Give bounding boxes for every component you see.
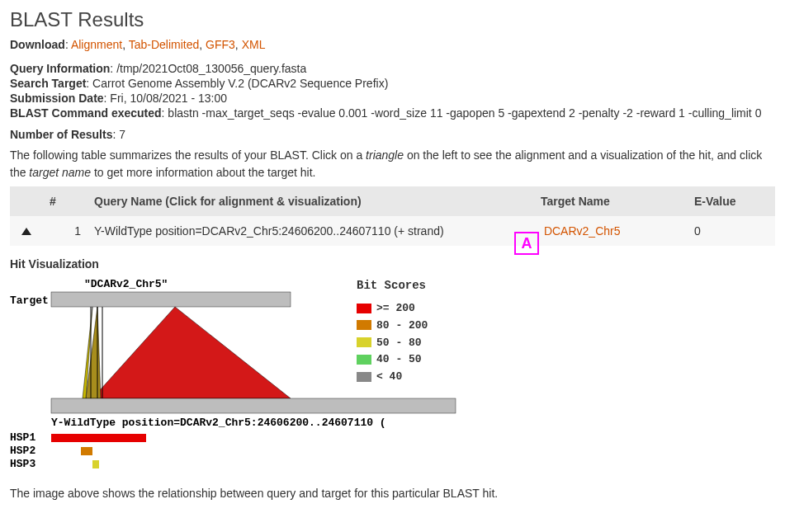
num-results-label: Number of Results <box>10 128 112 141</box>
meta-block: Query Information: /tmp/2021Oct08_130056… <box>10 62 775 120</box>
col-query: Query Name (Click for alignment & visual… <box>87 186 534 216</box>
page-title: BLAST Results <box>10 8 775 31</box>
target-bar <box>51 292 291 307</box>
alignment-polygon-hsp1 <box>92 307 291 398</box>
chr-label-text: "DCARv2_Chr5" <box>84 278 168 290</box>
blast-cmd-value: : blastn -max_target_seqs -evalue 0.001 … <box>162 106 762 120</box>
download-link-tab[interactable]: Tab-Delimited <box>129 38 200 51</box>
target-axis-label: Target <box>10 294 49 307</box>
annotation-letter: A <box>516 233 537 253</box>
search-target-value: : Carrot Genome Assembly V.2 (DCARv2 Seq… <box>86 77 388 90</box>
intro-text: The following table summarizes the resul… <box>10 147 775 181</box>
hit-svg: "DCARv2_Chr5" Target Y-WildType position… <box>10 275 472 482</box>
download-line: Download: Alignment, Tab-Delimited, GFF3… <box>10 36 775 54</box>
target-link[interactable]: DCARv2_Chr5 <box>544 224 621 238</box>
hsp3-bar <box>92 460 99 468</box>
col-target: Target Name <box>534 186 688 216</box>
query-info-label: Query Information <box>10 62 110 75</box>
download-label: Download <box>10 38 65 51</box>
row-query[interactable]: Y-WildType position=DCARv2_Chr5:24606200… <box>87 216 534 246</box>
blast-cmd-label: BLAST Command executed <box>10 106 162 120</box>
download-link-xml[interactable]: XML <box>242 38 266 51</box>
hsp1-label: HSP1 <box>10 431 35 444</box>
results-table: # Query Name (Click for alignment & visu… <box>10 186 775 246</box>
download-link-gff3[interactable]: GFF3 <box>206 38 235 51</box>
col-toggle <box>10 186 43 216</box>
hsp1-bar <box>51 434 146 442</box>
download-link-alignment[interactable]: Alignment <box>71 38 122 51</box>
query-bar <box>51 398 456 413</box>
hit-visualization: "DCARv2_Chr5" Target Y-WildType position… <box>10 275 472 482</box>
hsp3-label: HSP3 <box>10 458 35 470</box>
query-info-value: : /tmp/2021Oct08_130056_query.fasta <box>110 62 306 75</box>
submission-date-label: Submission Date <box>10 92 104 105</box>
num-results-value: : 7 <box>112 128 125 141</box>
submission-date-value: : Fri, 10/08/2021 - 13:00 <box>104 92 227 105</box>
caption: The image above shows the relationship b… <box>10 485 775 502</box>
table-row[interactable]: 1 Y-WildType position=DCARv2_Chr5:246062… <box>10 216 775 246</box>
query-axis-label: Y-WildType position=DCARv2_Chr5:24606200… <box>51 417 386 429</box>
hit-viz-title: Hit Visualization <box>10 257 775 271</box>
hsp2-bar <box>81 447 92 455</box>
search-target-label: Search Target <box>10 77 86 90</box>
hsp2-label: HSP2 <box>10 445 35 457</box>
row-num: 1 <box>43 216 87 246</box>
col-num: # <box>43 186 87 216</box>
triangle-up-icon[interactable] <box>21 228 31 235</box>
row-evalue: 0 <box>688 216 775 246</box>
col-evalue: E-Value <box>688 186 775 216</box>
